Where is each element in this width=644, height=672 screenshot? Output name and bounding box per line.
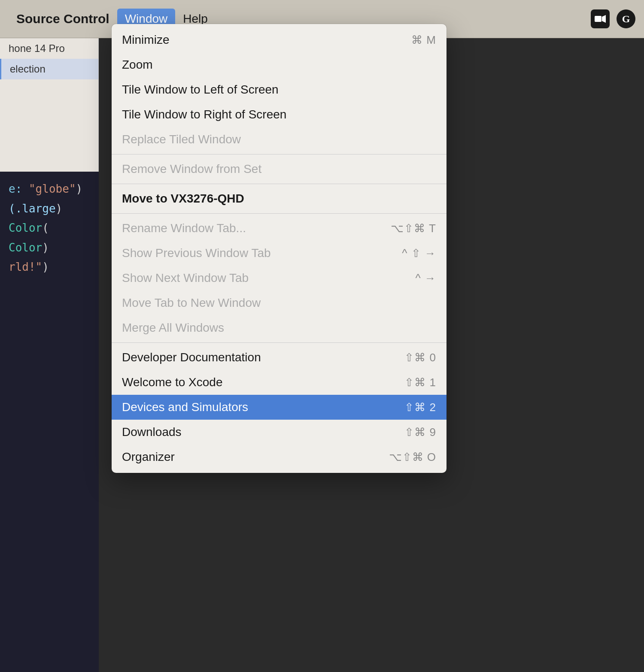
menu-item-shortcut-developer-docs: ⇧⌘ 0 [404, 351, 436, 364]
menu-item-tile-left[interactable]: Tile Window to Left of Screen [112, 77, 447, 102]
menu-item-tile-right[interactable]: Tile Window to Right of Screen [112, 102, 447, 127]
menu-item-shortcut-welcome: ⇧⌘ 1 [404, 376, 436, 389]
menu-item-label-developer-docs: Developer Documentation [122, 351, 261, 364]
menu-item-label-rename-tab: Rename Window Tab... [122, 221, 246, 235]
menu-item-label-remove-window: Remove Window from Set [122, 162, 261, 176]
menu-item-minimize[interactable]: Minimize⌘ M [112, 27, 447, 52]
menu-item-label-next-tab: Show Next Window Tab [122, 271, 249, 285]
menu-item-prev-tab: Show Previous Window Tab^ ⇧ → [112, 241, 447, 266]
menu-item-label-tile-left: Tile Window to Left of Screen [122, 83, 279, 97]
menu-item-welcome[interactable]: Welcome to Xcode⇧⌘ 1 [112, 370, 447, 395]
dropdown-items-container: Minimize⌘ MZoomTile Window to Left of Sc… [112, 27, 447, 469]
menu-item-shortcut-rename-tab: ⌥⇧⌘ T [391, 222, 436, 235]
menu-item-devices[interactable]: Devices and Simulators⇧⌘ 2 [112, 395, 447, 420]
menu-item-next-tab: Show Next Window Tab^ → [112, 266, 447, 291]
menu-item-label-replace-tiled: Replace Tiled Window [122, 133, 241, 146]
menu-item-downloads[interactable]: Downloads⇧⌘ 9 [112, 420, 447, 445]
menu-item-move-tab: Move Tab to New Window [112, 291, 447, 315]
menu-item-label-downloads: Downloads [122, 425, 182, 439]
menu-item-zoom[interactable]: Zoom [112, 52, 447, 77]
menu-item-label-prev-tab: Show Previous Window Tab [122, 246, 271, 260]
menu-item-label-welcome: Welcome to Xcode [122, 375, 223, 389]
menu-item-shortcut-organizer: ⌥⇧⌘ O [389, 451, 436, 464]
menu-item-rename-tab: Rename Window Tab...⌥⇧⌘ T [112, 216, 447, 241]
separator-sep4 [112, 342, 447, 343]
menu-item-label-zoom: Zoom [122, 58, 153, 72]
menu-item-shortcut-next-tab: ^ → [416, 272, 436, 285]
menu-item-merge-all: Merge All Windows [112, 315, 447, 340]
menu-item-move-to-vx[interactable]: Move to VX3276-QHD [112, 186, 447, 211]
menu-item-shortcut-downloads: ⇧⌘ 9 [404, 426, 436, 439]
window-dropdown-menu: Minimize⌘ MZoomTile Window to Left of Sc… [112, 24, 447, 473]
menu-item-remove-window: Remove Window from Set [112, 157, 447, 182]
separator-sep1 [112, 154, 447, 154]
menu-item-label-tile-right: Tile Window to Right of Screen [122, 108, 286, 121]
menu-item-shortcut-prev-tab: ^ ⇧ → [402, 247, 436, 260]
menu-item-shortcut-minimize: ⌘ M [411, 33, 436, 47]
menu-item-shortcut-devices: ⇧⌘ 2 [404, 401, 436, 414]
menu-item-developer-docs[interactable]: Developer Documentation⇧⌘ 0 [112, 345, 447, 370]
menu-item-label-move-to-vx: Move to VX3276-QHD [122, 192, 244, 206]
menu-item-label-devices: Devices and Simulators [122, 400, 248, 414]
dropdown-overlay: Minimize⌘ MZoomTile Window to Left of Sc… [0, 0, 644, 672]
menu-item-label-organizer: Organizer [122, 450, 175, 464]
menu-item-label-minimize: Minimize [122, 33, 169, 47]
menu-item-organizer[interactable]: Organizer⌥⇧⌘ O [112, 445, 447, 469]
separator-sep2 [112, 184, 447, 184]
menu-item-label-merge-all: Merge All Windows [122, 321, 224, 335]
separator-sep3 [112, 213, 447, 214]
menu-item-replace-tiled: Replace Tiled Window [112, 127, 447, 152]
menu-item-label-move-tab: Move Tab to New Window [122, 296, 261, 310]
